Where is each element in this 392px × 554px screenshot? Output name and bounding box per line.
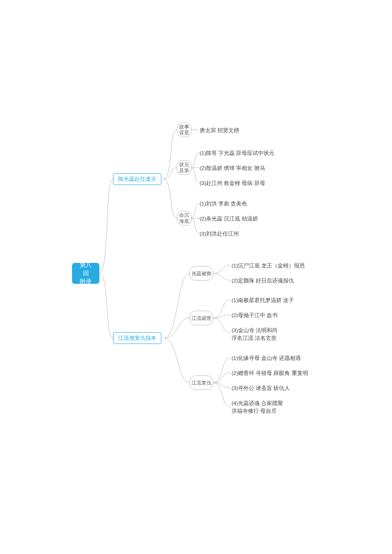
- sub-birth[interactable]: 江流诞世: [189, 311, 213, 325]
- leaf-soul-return: (4)光蕊还魂 合家团聚 洪福寺修行 母自尽: [232, 400, 283, 416]
- leaf-nanji: (1)南极星君托梦温娇 送子: [232, 297, 294, 304]
- leaf-fu-jiangzhou: (3)赴江州 救金鲤 母病 辞母: [200, 180, 265, 187]
- branch-chen-guangrui[interactable]: 陈光蕊赴任逢灾: [113, 173, 161, 185]
- root-node[interactable]: 第八回 附录: [72, 263, 99, 284]
- sub-zhuangyuan[interactable]: 状元 及第: [177, 160, 191, 175]
- sub-mingchen[interactable]: 命沉 海底: [177, 211, 191, 226]
- leaf-mother-abandon: (2)母抛子江中 血书: [232, 312, 278, 319]
- leaf-seek-mother: (1)化缘寻母 金山寺 还愿相遇: [232, 354, 301, 362]
- leaf-liu-jiangzhou: (3)刘洪赴任江州: [200, 230, 239, 238]
- leaf-yin-wenjiao: (2)殷温娇 绣球 宰相女 驸马: [200, 164, 265, 172]
- branch-jiangliu[interactable]: 江流僧复仇报本: [113, 332, 161, 344]
- leaf-dragon-king: (1)沉尸江底 龙王（金鲤）报恩: [232, 262, 305, 270]
- sub-background[interactable]: 故事 背景: [177, 123, 191, 137]
- leaf-seek-grandfather: (3)寻外公 请圣旨 斩仇人: [232, 385, 290, 392]
- leaf-chen-e: (1)陈萼 字光蕊 辞母应试中状元: [200, 149, 274, 157]
- sub-rescued[interactable]: 光蕊被救: [189, 266, 213, 281]
- leaf-kill-guangrui: (2)杀光蕊 沉江底 劫温娇: [200, 215, 258, 223]
- leaf-dingyan-pearl: (2)定颜珠 好日后还魂报仇: [232, 277, 294, 285]
- leaf-tang-taizong: 唐太宗 招贤文榜: [200, 127, 239, 134]
- leaf-liu-hong: (1)刘洪 李彪 贪美色: [200, 200, 247, 208]
- leaf-jinshan-temple: (3)金山寺 法明和尚 浮名江流 法名玄奘: [232, 327, 278, 343]
- leaf-gift-ring: (2)赠香环 寻祖母 薛眼角 重复明: [232, 369, 308, 377]
- sub-revenge[interactable]: 江流复仇: [189, 375, 213, 390]
